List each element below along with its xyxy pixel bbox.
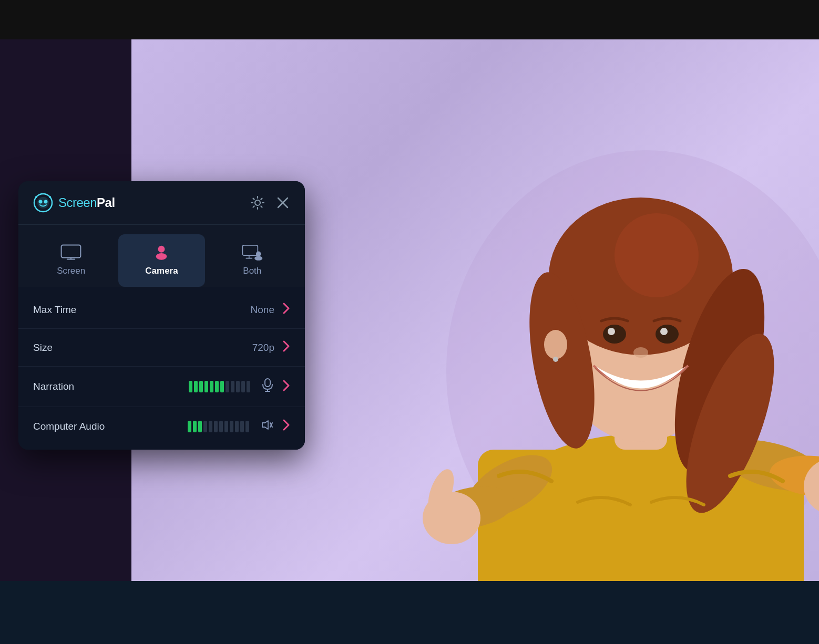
narration-bar-8 [226,381,229,392]
svg-point-29 [39,200,43,204]
computer-audio-bar-5 [209,421,212,432]
svg-point-25 [544,330,567,359]
mode-tabs: Screen Camera Both [18,225,305,287]
computer-audio-bar-1 [188,421,191,432]
computer-audio-meter [188,421,249,432]
size-value: 720p [252,342,274,354]
computer-audio-bar-11 [240,421,244,432]
size-chevron [283,340,290,355]
computer-audio-bar-3 [198,421,202,432]
max-time-chevron [283,303,290,317]
tab-camera[interactable]: Camera [118,234,204,287]
logo-screen: Screen [58,195,97,210]
chevron-right-icon [283,419,290,431]
svg-point-22 [608,328,615,335]
computer-audio-bar-9 [230,421,233,432]
narration-label: Narration [33,381,182,392]
narration-bar-2 [194,381,198,392]
settings-section: Max Time None Size 720p Narration [18,287,305,450]
chevron-right-icon [283,380,290,391]
screenpal-logo-icon [33,193,53,213]
tab-both-label: Both [243,266,261,276]
svg-rect-39 [242,245,258,255]
narration-bar-9 [231,381,234,392]
mic-icon [262,378,273,395]
narration-bar-12 [247,381,250,392]
bottom-dark-bar [0,581,819,644]
narration-bar-3 [199,381,203,392]
setting-row-computer-audio[interactable]: Computer Audio [18,407,305,445]
logo-text: ScreenPal [58,195,115,210]
computer-audio-bar-6 [214,421,218,432]
header-actions [250,195,290,210]
svg-point-30 [44,200,48,204]
narration-bar-1 [189,381,192,392]
computer-audio-bar-4 [203,421,207,432]
setting-row-max-time[interactable]: Max Time None [18,291,305,329]
chevron-right-icon [283,303,290,314]
svg-point-21 [656,325,679,344]
logo-area: ScreenPal [33,193,115,213]
svg-point-23 [660,328,668,335]
svg-point-33 [255,200,260,205]
screen-icon [60,244,81,261]
both-icon [242,244,263,261]
narration-bar-6 [215,381,219,392]
narration-bar-11 [241,381,245,392]
computer-audio-label: Computer Audio [33,421,181,432]
max-time-label: Max Time [33,304,244,316]
computer-audio-bar-8 [224,421,228,432]
tab-camera-label: Camera [145,266,178,276]
close-button[interactable] [275,195,290,210]
settings-button[interactable] [250,195,265,210]
svg-point-37 [158,246,165,253]
computer-audio-bar-12 [245,421,249,432]
svg-point-20 [603,325,626,344]
screenpal-widget: ScreenPal [18,181,305,450]
tab-both[interactable]: Both [209,234,295,287]
size-label: Size [33,342,246,354]
widget-header: ScreenPal [18,181,305,225]
svg-point-38 [156,253,167,260]
svg-rect-34 [62,245,81,257]
max-time-value: None [251,304,274,316]
gear-icon [250,195,265,210]
svg-point-24 [633,347,648,358]
svg-marker-47 [262,421,268,429]
narration-chevron [283,380,290,394]
chevron-right-icon [283,340,290,352]
narration-bar-5 [210,381,213,392]
computer-audio-chevron [283,419,290,433]
narration-bar-7 [220,381,224,392]
computer-audio-bar-7 [219,421,223,432]
svg-point-19 [615,213,699,297]
narration-bar-10 [236,381,240,392]
svg-point-43 [254,256,262,261]
speaker-icon [261,419,273,434]
top-black-bar [0,0,819,39]
close-icon [275,195,290,210]
setting-row-size[interactable]: Size 720p [18,329,305,367]
computer-audio-bar-2 [193,421,197,432]
tab-screen[interactable]: Screen [28,234,114,287]
tab-screen-label: Screen [57,266,85,276]
narration-meter [189,381,250,392]
svg-point-32 [49,196,51,198]
setting-row-narration[interactable]: Narration [18,367,305,407]
camera-icon [151,244,172,261]
narration-bar-4 [204,381,208,392]
computer-audio-bar-10 [235,421,239,432]
svg-point-31 [35,196,37,198]
svg-point-42 [256,252,261,257]
logo-pal: Pal [97,195,115,210]
svg-point-26 [553,357,558,362]
svg-rect-44 [265,379,270,387]
